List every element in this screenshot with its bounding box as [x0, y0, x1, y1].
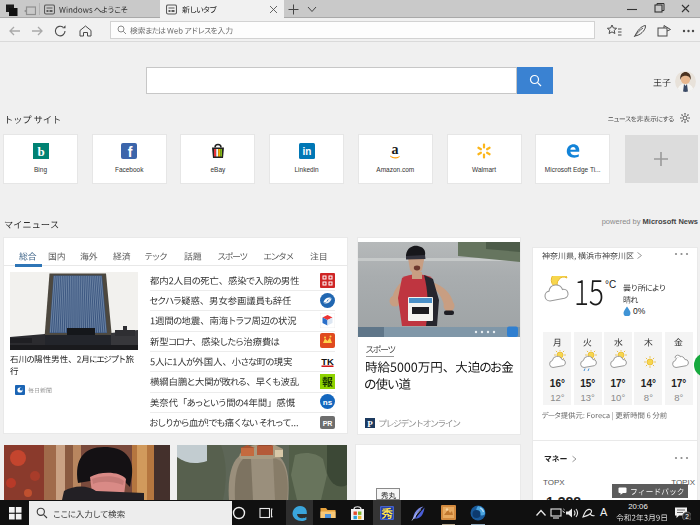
svg-text:ns: ns: [322, 398, 332, 407]
svg-text:in: in: [302, 146, 311, 157]
svg-text:a: a: [392, 143, 399, 157]
svg-text:PR: PR: [322, 419, 332, 426]
svg-text:2: 2: [685, 513, 689, 520]
svg-text:P: P: [367, 419, 373, 429]
svg-text:f: f: [128, 144, 133, 159]
svg-text:TK: TK: [321, 355, 334, 366]
svg-text:b: b: [37, 144, 44, 159]
